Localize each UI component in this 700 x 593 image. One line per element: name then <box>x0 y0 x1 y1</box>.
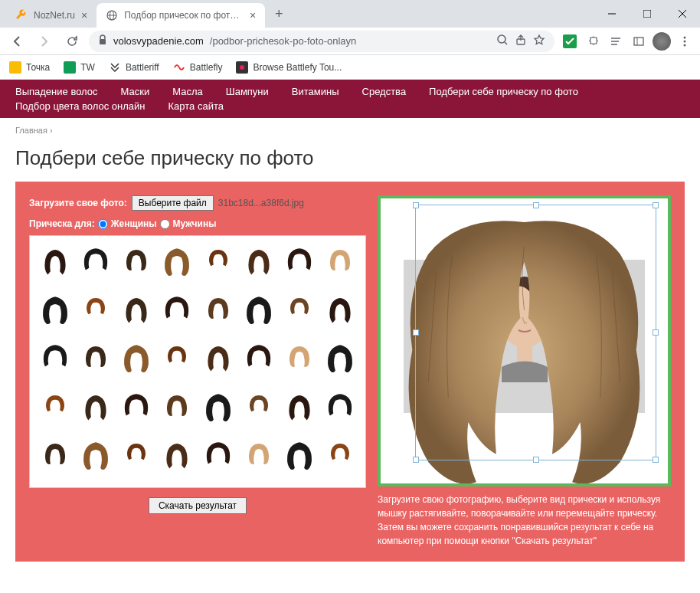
nav-link[interactable]: Маски <box>121 86 150 97</box>
breadcrumb-home[interactable]: Главная <box>15 126 47 135</box>
browser-tab[interactable]: NozNet.ru × <box>6 3 96 28</box>
url-host: volosvypadenie.com <box>113 35 204 47</box>
resize-handle[interactable] <box>653 329 659 336</box>
hairstyle-option[interactable] <box>118 436 155 474</box>
breadcrumb: Главная › <box>0 118 700 143</box>
hairstyle-option[interactable] <box>36 388 74 426</box>
gender-male-radio[interactable] <box>160 219 170 229</box>
resize-handle[interactable] <box>413 457 419 463</box>
hairstyle-option[interactable] <box>159 436 196 474</box>
hairstyle-option[interactable] <box>322 436 359 474</box>
nav-link[interactable]: Средства <box>362 86 407 97</box>
hairstyle-option[interactable] <box>159 339 196 377</box>
hairstyle-option[interactable] <box>77 290 114 329</box>
selection-box[interactable] <box>415 205 656 460</box>
bookmark-item[interactable]: Browse Battlefy Tou... <box>236 61 342 74</box>
search-icon[interactable] <box>496 34 509 48</box>
hairstyle-option[interactable] <box>240 339 277 377</box>
hairstyle-option[interactable] <box>199 242 237 280</box>
hairstyle-option[interactable] <box>322 242 359 280</box>
extension-puzzle-icon[interactable] <box>584 32 602 51</box>
address-bar[interactable]: volosvypadenie.com/podbor-prichesok-po-f… <box>89 31 554 52</box>
window-titlebar: NozNet.ru × Подбор причесок по фото онла… <box>0 0 700 28</box>
hairstyle-option[interactable] <box>36 242 74 280</box>
extension-check-icon[interactable] <box>561 32 579 51</box>
profile-avatar[interactable] <box>653 32 671 51</box>
share-icon[interactable] <box>515 34 527 48</box>
hairstyle-option[interactable] <box>36 339 74 377</box>
nav-link[interactable]: Подбор цвета волос онлайн <box>15 100 146 112</box>
resize-handle[interactable] <box>653 202 659 208</box>
nav-link[interactable]: Витамины <box>292 86 339 97</box>
hairstyle-option[interactable] <box>199 339 237 377</box>
extension-media-icon[interactable] <box>630 32 648 51</box>
bookmark-item[interactable]: TW <box>64 61 95 74</box>
nav-link[interactable]: Подбери себе прическу по фото <box>429 86 578 97</box>
hairstyle-option[interactable] <box>77 242 114 280</box>
hairstyle-option[interactable] <box>36 290 74 329</box>
close-icon[interactable]: × <box>250 9 256 21</box>
browser-tab-active[interactable]: Подбор причесок по фото онла × <box>96 3 265 28</box>
gender-male-label[interactable]: Мужчины <box>173 218 217 229</box>
hairstyle-option[interactable] <box>240 436 277 474</box>
hairstyle-option[interactable] <box>281 436 319 474</box>
preview-column: Загрузите свою фотографию, выберите вид … <box>378 195 671 548</box>
gender-female-label[interactable]: Женщины <box>111 218 157 229</box>
bookmark-item[interactable]: Battleriff <box>109 61 159 74</box>
hairstyle-option[interactable] <box>77 436 114 474</box>
close-window-button[interactable] <box>665 0 700 28</box>
resize-handle[interactable] <box>413 202 419 208</box>
resize-handle[interactable] <box>653 457 659 463</box>
menu-icon[interactable] <box>675 32 694 51</box>
hairstyle-grid[interactable] <box>29 235 366 488</box>
hairstyle-option[interactable] <box>118 242 155 280</box>
star-icon[interactable] <box>533 34 545 48</box>
resize-handle[interactable] <box>413 329 419 336</box>
hairstyle-option[interactable] <box>281 388 319 426</box>
hairstyle-option[interactable] <box>240 290 277 329</box>
address-actions <box>496 34 545 48</box>
hairstyle-option[interactable] <box>281 242 319 280</box>
bookmark-item[interactable]: Точка <box>9 61 50 74</box>
hairstyle-option[interactable] <box>322 388 359 426</box>
hairstyle-option[interactable] <box>159 242 196 280</box>
hairstyle-option[interactable] <box>159 388 196 426</box>
hairstyle-option[interactable] <box>322 290 359 329</box>
hairstyle-option[interactable] <box>199 290 237 329</box>
hairstyle-option[interactable] <box>240 242 277 280</box>
hairstyle-option[interactable] <box>322 339 359 377</box>
hairstyle-option[interactable] <box>118 339 155 377</box>
hairstyle-option[interactable] <box>281 290 319 329</box>
resize-handle[interactable] <box>533 202 539 208</box>
back-button[interactable] <box>6 31 28 52</box>
hairstyle-option[interactable] <box>159 290 196 329</box>
choose-file-button[interactable]: Выберите файл <box>132 195 214 211</box>
resize-handle[interactable] <box>533 457 539 463</box>
bookmark-icon <box>64 61 76 74</box>
hairstyle-option[interactable] <box>36 436 74 474</box>
maximize-button[interactable] <box>630 0 665 28</box>
hairstyle-option[interactable] <box>199 388 237 426</box>
new-tab-button[interactable]: + <box>268 3 289 25</box>
hairstyle-option[interactable] <box>77 339 114 377</box>
nav-link[interactable]: Выпадение волос <box>15 86 98 97</box>
reload-button[interactable] <box>61 31 83 52</box>
close-icon[interactable]: × <box>81 9 87 21</box>
hairstyle-option[interactable] <box>77 388 114 426</box>
nav-link[interactable]: Шампуни <box>226 86 269 97</box>
hairstyle-option[interactable] <box>199 436 237 474</box>
bookmark-item[interactable]: Battlefly <box>173 61 223 74</box>
preview-canvas[interactable] <box>378 195 671 487</box>
wrench-icon <box>15 9 28 21</box>
hairstyle-option[interactable] <box>118 290 155 329</box>
nav-link[interactable]: Карта сайта <box>168 100 224 112</box>
extension-list-icon[interactable] <box>607 32 625 51</box>
minimize-button[interactable] <box>594 0 630 28</box>
nav-link[interactable]: Масла <box>172 86 203 97</box>
hairstyle-option[interactable] <box>240 388 277 426</box>
forward-button[interactable] <box>34 31 55 52</box>
gender-female-radio[interactable] <box>98 219 108 229</box>
download-button[interactable]: Скачать результат <box>149 497 247 514</box>
hairstyle-option[interactable] <box>118 388 155 426</box>
hairstyle-option[interactable] <box>281 339 319 377</box>
